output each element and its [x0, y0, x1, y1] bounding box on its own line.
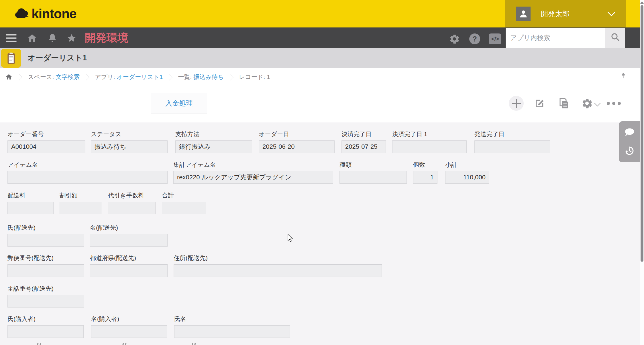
breadcrumb-view-link[interactable]: 振込み待ち	[193, 74, 224, 80]
breadcrumb-space-prefix: スペース:	[28, 74, 56, 80]
shipping-fee-input[interactable]	[7, 202, 54, 214]
total-input[interactable]	[162, 202, 206, 214]
breadcrumb-separator-icon	[227, 74, 234, 80]
search-input[interactable]	[506, 28, 605, 48]
kintone-cloud-icon	[14, 7, 29, 21]
app-clipboard-icon[interactable]	[1, 49, 21, 68]
field-shipto-pref: 都道府県(配送先)	[90, 254, 168, 262]
field-shipping-fee: 配送料	[7, 191, 54, 199]
breadcrumb-space: スペース: 文字検索	[28, 73, 80, 81]
order-date-input[interactable]: 2025-06-20	[259, 140, 335, 153]
field-payment-method: 支払方法 銀行振込み	[175, 130, 252, 138]
record-settings-gear-icon[interactable]	[581, 97, 593, 109]
field-total: 合計	[162, 191, 206, 199]
settlement-date-input[interactable]: 2025-07-25	[341, 140, 386, 153]
logo-wordmark: kintone	[32, 6, 76, 21]
field-label: オーダー番号	[7, 130, 85, 138]
field-label: 割引額	[60, 191, 101, 199]
breadcrumb-view: 一覧: 振込み待ち	[178, 73, 224, 81]
payment-method-input[interactable]: 銀行振込み	[175, 140, 252, 153]
full-name-input[interactable]	[174, 325, 290, 338]
pin-icon[interactable]	[620, 72, 627, 82]
shipto-first-name-input[interactable]	[90, 234, 168, 247]
agg-item-name-input[interactable]: rex0220 ルックアップ先更新プラグイン	[173, 171, 333, 184]
home-icon[interactable]	[26, 33, 38, 44]
shipto-zip-input[interactable]	[7, 264, 84, 277]
field-label: 種類	[339, 161, 407, 169]
field-label: オーダー日	[259, 130, 335, 138]
breadcrumb-view-prefix: 一覧:	[178, 74, 193, 80]
search-icon	[610, 32, 621, 43]
search-button[interactable]	[605, 28, 625, 48]
payment-process-button[interactable]: 入金処理	[151, 93, 207, 114]
field-item-name: アイテム名	[7, 161, 168, 169]
cod-fee-input[interactable]	[108, 202, 156, 214]
field-label: 合計	[162, 191, 206, 199]
field-label: 発送完了日	[474, 130, 550, 138]
help-icon[interactable]: ?	[469, 33, 480, 44]
kintone-logo[interactable]: kintone	[14, 6, 76, 21]
field-label: 氏(配送先)	[7, 224, 84, 232]
buyer-last-name-input[interactable]	[7, 325, 84, 338]
settlement-date-1-input[interactable]	[392, 140, 467, 153]
shipto-address-input[interactable]	[174, 264, 382, 277]
field-shipto-zip: 郵便番号(配送先)	[7, 254, 84, 262]
field-shipto-phone: 電話番号(配送先)	[7, 285, 84, 293]
field-ship-complete-date: 発送完了日	[474, 130, 550, 138]
field-order-number: オーダー番号 A001004	[7, 130, 85, 138]
edit-record-icon[interactable]	[534, 97, 546, 109]
scrollbar-thumb[interactable]	[641, 5, 643, 262]
status-input[interactable]: 振込み待ち	[91, 140, 168, 153]
favorite-star-icon[interactable]	[66, 33, 77, 44]
comments-toggle-button[interactable]	[619, 124, 640, 142]
shipto-phone-input[interactable]	[7, 295, 84, 308]
hamburger-menu-icon[interactable]	[6, 34, 17, 42]
breadcrumb-app: アプリ: オーダーリスト1	[95, 73, 163, 81]
user-menu[interactable]: 開発太郎	[505, 0, 626, 27]
breadcrumb-space-link[interactable]: 文字検索	[56, 74, 80, 80]
subtotal-input[interactable]: 110,000	[445, 171, 489, 184]
add-record-button[interactable]	[509, 96, 524, 111]
avatar	[516, 7, 531, 21]
field-label: 氏(購入者)	[7, 315, 84, 323]
breadcrumb-app-link[interactable]: オーダーリスト1	[117, 74, 163, 80]
shipto-pref-input[interactable]	[90, 264, 168, 277]
breadcrumb-separator-icon	[166, 74, 173, 80]
discount-input[interactable]	[60, 202, 101, 214]
item-name-input[interactable]	[7, 171, 168, 184]
field-buyer-last-name: 氏(購入者)	[7, 315, 84, 323]
duplicate-record-icon[interactable]	[558, 97, 570, 109]
field-agg-item-name: 集計アイテム名 rex0220 ルックアップ先更新プラグイン	[173, 161, 333, 169]
type-input[interactable]	[339, 171, 407, 184]
history-toggle-button[interactable]	[619, 142, 640, 161]
environment-title: 開発環境	[85, 29, 128, 47]
side-panel-toggle	[619, 121, 640, 162]
field-cod-fee: 代引き手数料	[108, 191, 156, 199]
buyer-first-name-input[interactable]	[91, 325, 167, 338]
quantity-input[interactable]: 1	[413, 171, 437, 184]
field-quantity: 個数 1	[413, 161, 437, 169]
field-full-name: 氏名	[174, 315, 290, 323]
field-label: 配送料	[7, 191, 54, 199]
field-label: 決済完了日	[341, 130, 386, 138]
breadcrumb-record: レコード: 1	[239, 73, 270, 81]
user-name: 開発太郎	[541, 9, 570, 19]
order-number-input[interactable]: A001004	[7, 140, 85, 153]
field-shipto-first-name: 名(配送先)	[90, 224, 168, 232]
developer-code-icon[interactable]: </>	[489, 33, 501, 44]
shipto-last-name-input[interactable]	[7, 234, 84, 247]
ship-complete-date-input[interactable]	[474, 140, 550, 153]
app-title: オーダーリスト1	[28, 48, 87, 68]
app-title-bar	[0, 48, 640, 68]
breadcrumb: スペース: 文字検索 アプリ: オーダーリスト1 一覧: 振込み待ち レコード:…	[5, 68, 270, 86]
scrollbar-up-arrow[interactable]	[640, 1, 644, 4]
field-label: 代引き手数料	[108, 191, 156, 199]
settings-gear-icon[interactable]	[449, 33, 460, 44]
chevron-down-icon	[608, 9, 615, 16]
field-settlement-date-1: 決済完了日 1	[392, 130, 467, 138]
notification-bell-icon[interactable]	[47, 33, 58, 44]
field-shipto-address: 住所(配送先)	[174, 254, 382, 262]
breadcrumb-home-icon[interactable]	[5, 73, 13, 81]
field-label: 名(配送先)	[90, 224, 168, 232]
more-options-icon[interactable]	[607, 102, 625, 105]
